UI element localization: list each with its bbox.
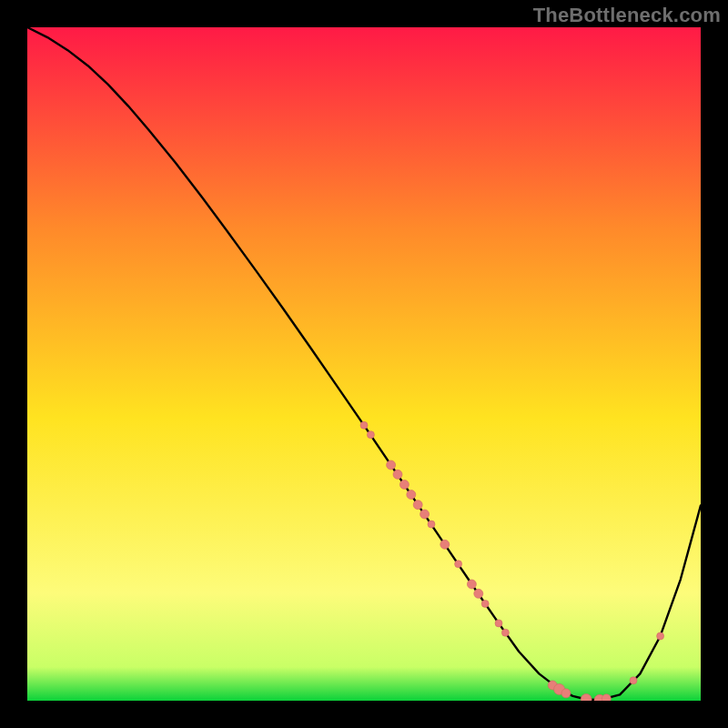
marker-point xyxy=(602,694,611,701)
marker-point xyxy=(367,431,374,439)
marker-point xyxy=(393,470,402,479)
marker-point xyxy=(420,510,430,519)
marker-point xyxy=(407,490,416,500)
chart-root: TheBottleneck.com xyxy=(0,0,728,728)
marker-point xyxy=(481,600,489,607)
marker-point xyxy=(561,689,571,698)
marker-point xyxy=(630,677,637,684)
marker-point xyxy=(399,480,409,489)
marker-point xyxy=(467,580,476,589)
marker-point xyxy=(474,589,483,598)
marker-point xyxy=(387,460,396,470)
gradient-background xyxy=(27,27,701,701)
marker-point xyxy=(440,540,450,549)
marker-point xyxy=(413,500,422,510)
marker-point xyxy=(501,629,509,636)
marker-point xyxy=(360,421,368,429)
marker-point xyxy=(455,561,462,568)
plot-area xyxy=(27,27,701,701)
marker-point xyxy=(657,632,664,640)
marker-point xyxy=(428,521,435,528)
marker-point xyxy=(495,620,502,627)
watermark-text: TheBottleneck.com xyxy=(533,4,721,27)
chart-svg xyxy=(27,27,701,701)
